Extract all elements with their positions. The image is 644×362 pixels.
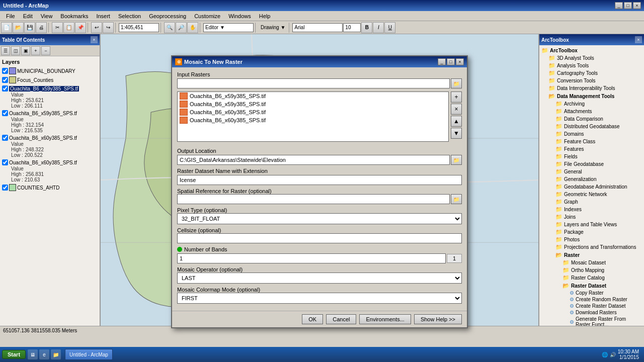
dialog-title: ⚙ Mosaic To New Raster <box>175 58 243 65</box>
arcmap-window: Untitled - ArcMap _ □ × File Edit View B… <box>0 0 644 348</box>
taskbar-tray: 🌐 🔊 10:30 AM1/1/2015 <box>599 349 642 360</box>
system-clock: 10:30 AM1/1/2015 <box>618 349 639 360</box>
spatial-ref-input[interactable] <box>177 194 450 204</box>
taskbar-explorer[interactable]: 📁 <box>51 349 61 359</box>
dialog-maximize-button[interactable]: □ <box>447 58 455 65</box>
dialog-footer: OK Cancel Environments... Show Help >> <box>172 311 467 327</box>
mosaic-colormap-row: FIRST LAST MATCH REJECT <box>177 293 462 304</box>
modal-overlay: ⚙ Mosaic To New Raster _ □ × Input Raste… <box>0 0 644 348</box>
input-rasters-browse-button[interactable]: 📁 <box>451 78 462 88</box>
start-button[interactable]: Start <box>2 350 26 359</box>
taskbar-apps: Untitled - ArcMap <box>65 349 599 360</box>
pixel-type-label: Pixel Type (optional) <box>177 207 462 213</box>
cancel-button[interactable]: Cancel <box>326 314 356 324</box>
taskbar: Start 🖥 e 📁 Untitled - ArcMap 🌐 🔊 10:30 … <box>0 347 644 362</box>
raster-icon-1 <box>180 93 188 100</box>
num-bands-counter: 1 <box>447 254 462 263</box>
dialog-title-bar: ⚙ Mosaic To New Raster _ □ × <box>172 56 467 67</box>
num-bands-input[interactable] <box>177 253 446 263</box>
num-bands-row: 1 <box>177 253 462 263</box>
dialog-close-button[interactable]: × <box>456 58 464 65</box>
dialog-body: Input Rasters 📁 Ouachita_B6_x59y385_SPS.… <box>172 67 467 311</box>
mosaic-operator-row: LAST FIRST BLEND MEAN MIN MAX <box>177 273 462 284</box>
num-bands-container: Number of Bands <box>177 246 462 252</box>
raster-item-3[interactable]: Ouachita_B6_x60y385_SPS.tif <box>178 108 448 116</box>
ok-button[interactable]: OK <box>302 314 323 324</box>
add-raster-button[interactable]: + <box>451 92 462 103</box>
raster-item-4[interactable]: Ouachita_B6_x60y385_SPS.tif <box>178 116 448 124</box>
mosaic-colormap-label: Mosaic Colormap Mode (optional) <box>177 287 462 293</box>
dialog-window-controls: _ □ × <box>438 58 464 65</box>
output-location-row: 📁 <box>177 155 462 165</box>
num-bands-label: Number of Bands <box>184 246 227 252</box>
num-bands-required-dot <box>177 247 182 252</box>
show-help-button[interactable]: Show Help >> <box>414 314 462 324</box>
mosaic-colormap-select[interactable]: FIRST LAST MATCH REJECT <box>177 293 462 304</box>
input-rasters-input[interactable] <box>177 78 450 88</box>
output-location-input[interactable] <box>177 155 450 165</box>
taskbar-show-desktop[interactable]: 🖥 <box>28 349 38 359</box>
raster-name-label: Raster Dataset Name with Extension <box>177 168 462 174</box>
list-side-buttons: + × ▲ ▼ <box>451 92 462 145</box>
tray-volume-icon: 🔊 <box>610 352 616 357</box>
raster-icon-4 <box>180 117 188 124</box>
output-location-label: Output Location <box>177 148 462 154</box>
spatial-ref-browse-button[interactable]: 📁 <box>451 194 462 204</box>
taskbar-ie[interactable]: e <box>39 349 49 359</box>
mosaic-dialog: ⚙ Mosaic To New Raster _ □ × Input Raste… <box>171 55 468 328</box>
raster-icon-2 <box>180 101 188 108</box>
raster-item-2[interactable]: Ouachita_B6_x59y385_SPS.tif <box>178 100 448 108</box>
input-rasters-row: 📁 <box>177 78 462 88</box>
tray-network-icon: 🌐 <box>602 352 608 357</box>
output-location-browse-button[interactable]: 📁 <box>451 155 462 165</box>
raster-item-1[interactable]: Ouachita_B6_x59y385_SPS.tif <box>178 92 448 100</box>
environments-button[interactable]: Environments... <box>359 314 411 324</box>
raster-icon-3 <box>180 109 188 116</box>
rasters-list: Ouachita_B6_x59y385_SPS.tif Ouachita_B6_… <box>177 92 449 142</box>
spatial-ref-row: 📁 <box>177 194 462 204</box>
pixel-type-select[interactable]: 32_BIT_FLOAT 8_BIT_UNSIGNED 16_BIT_UNSIG… <box>177 213 462 224</box>
pixel-type-row: 32_BIT_FLOAT 8_BIT_UNSIGNED 16_BIT_UNSIG… <box>177 213 462 224</box>
cellsize-row <box>177 233 462 243</box>
input-rasters-label: Input Rasters <box>177 71 462 77</box>
dialog-icon: ⚙ <box>175 58 182 65</box>
taskbar-quick-launch: 🖥 e 📁 <box>28 349 61 359</box>
mosaic-operator-label: Mosaic Operator (optional) <box>177 266 462 273</box>
raster-name-row <box>177 175 462 185</box>
remove-raster-button[interactable]: × <box>451 104 462 115</box>
spatial-ref-label: Spatial Reference for Raster (optional) <box>177 188 462 194</box>
dialog-minimize-button[interactable]: _ <box>438 58 446 65</box>
cellsize-label: Cellsize (optional) <box>177 227 462 233</box>
move-up-button[interactable]: ▲ <box>451 116 462 127</box>
taskbar-arcmap-app[interactable]: Untitled - ArcMap <box>65 349 113 360</box>
mosaic-operator-select[interactable]: LAST FIRST BLEND MEAN MIN MAX <box>177 273 462 284</box>
move-down-button[interactable]: ▼ <box>451 128 462 139</box>
cellsize-input[interactable] <box>177 233 462 243</box>
rasters-list-container: Ouachita_B6_x59y385_SPS.tif Ouachita_B6_… <box>177 92 462 145</box>
raster-name-input[interactable] <box>177 175 462 185</box>
